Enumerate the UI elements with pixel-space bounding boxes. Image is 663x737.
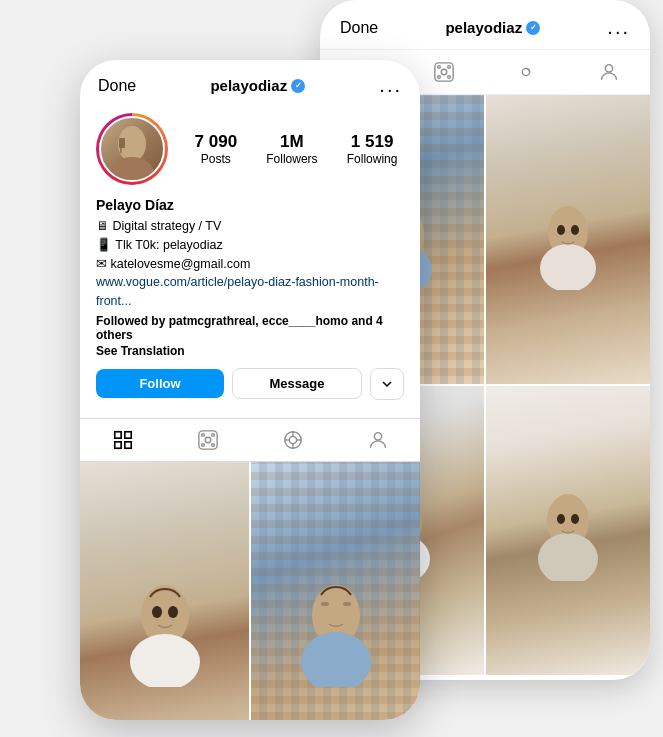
profile-section: 7 090 Posts 1M Followers 1 519 Following… [80, 105, 420, 410]
profile-bio: 🖥 Digital strategy / TV 📱 Tlk T0k: pelay… [96, 217, 404, 311]
front-more-button[interactable]: ... [379, 74, 402, 97]
svg-point-38 [211, 433, 214, 436]
front-phone: Done pelayodiaz ✓ ... [80, 60, 420, 720]
front-tab-reels[interactable] [165, 429, 250, 451]
back-done-button[interactable]: Done [340, 19, 378, 37]
see-translation[interactable]: See Translation [96, 344, 404, 358]
svg-point-11 [605, 65, 612, 72]
svg-point-53 [301, 632, 371, 687]
front-username-text: pelayodiaz [210, 77, 287, 94]
svg-point-39 [201, 443, 204, 446]
svg-point-17 [540, 244, 596, 290]
svg-point-7 [447, 66, 450, 69]
followers-label: Followers [266, 152, 317, 166]
front-username-area: pelayodiaz ✓ [210, 77, 305, 94]
following-label: Following [347, 152, 398, 166]
front-cell-2-face [251, 462, 420, 720]
svg-point-47 [374, 432, 381, 439]
back-more-button[interactable]: ... [607, 16, 630, 39]
front-verified-badge: ✓ [291, 79, 305, 93]
front-phone-header: Done pelayodiaz ✓ ... [80, 60, 420, 105]
front-tab-tagged[interactable] [250, 429, 335, 451]
svg-point-26 [557, 514, 565, 524]
following-count: 1 519 [347, 132, 398, 152]
svg-rect-54 [321, 602, 329, 606]
stat-following[interactable]: 1 519 Following [347, 132, 398, 166]
followed-by: Followed by patmcgrathreal, ecce____homo… [96, 314, 404, 342]
back-username-area: pelayodiaz ✓ [445, 19, 540, 36]
svg-point-25 [538, 533, 598, 581]
front-nav-tabs [80, 418, 420, 462]
back-cell-4-face [486, 386, 650, 675]
bio-line-2: 📱 Tlk T0k: pelayodiaz [96, 236, 404, 255]
back-tab-tagged[interactable] [485, 60, 568, 84]
front-cell-1-face [80, 462, 249, 720]
svg-point-8 [437, 76, 440, 79]
posts-count: 7 090 [195, 132, 238, 152]
profile-stats: 7 090 Posts 1M Followers 1 519 Following [188, 132, 404, 166]
follow-button[interactable]: Follow [96, 369, 224, 398]
svg-point-5 [441, 69, 447, 75]
svg-rect-55 [343, 602, 351, 606]
svg-point-6 [437, 66, 440, 69]
profile-name: Pelayo Díaz [96, 197, 404, 213]
back-grid-cell-4 [486, 386, 650, 675]
svg-point-18 [557, 225, 565, 235]
svg-point-51 [168, 606, 178, 618]
svg-point-50 [152, 606, 162, 618]
front-tab-grid[interactable] [80, 429, 165, 451]
svg-rect-31 [114, 432, 120, 438]
avatar-wrap [96, 113, 168, 185]
svg-point-36 [205, 437, 211, 443]
action-buttons: Follow Message [96, 368, 404, 400]
svg-rect-33 [114, 442, 120, 448]
svg-rect-34 [124, 442, 130, 448]
front-done-button[interactable]: Done [98, 77, 136, 95]
more-options-button[interactable] [370, 368, 404, 400]
back-username-text: pelayodiaz [445, 19, 522, 36]
back-tab-person[interactable] [568, 60, 651, 84]
avatar [99, 116, 165, 182]
svg-point-29 [110, 157, 154, 180]
bio-line-3: ✉ katelovesme@gmail.com [96, 255, 404, 274]
svg-rect-32 [124, 432, 130, 438]
message-button[interactable]: Message [232, 368, 362, 399]
posts-label: Posts [195, 152, 238, 166]
front-tab-person[interactable] [335, 429, 420, 451]
svg-point-19 [571, 225, 579, 235]
back-grid-cell-2 [486, 95, 650, 384]
svg-rect-30 [119, 138, 125, 148]
svg-point-49 [130, 634, 200, 687]
bio-line-1: 🖥 Digital strategy / TV [96, 217, 404, 236]
front-photo-grid: 📱 FEED 📺 TIME [80, 462, 420, 720]
svg-point-40 [211, 443, 214, 446]
avatar-ring [96, 113, 168, 185]
back-verified-badge: ✓ [526, 21, 540, 35]
front-grid-cell-1[interactable]: 📱 FEED [80, 462, 249, 720]
back-cell-2-face [486, 95, 650, 384]
svg-point-37 [201, 433, 204, 436]
followers-count: 1M [266, 132, 317, 152]
profile-top: 7 090 Posts 1M Followers 1 519 Following [96, 113, 404, 185]
back-phone-header: Done pelayodiaz ✓ ... [320, 0, 650, 50]
svg-point-9 [447, 76, 450, 79]
svg-point-27 [571, 514, 579, 524]
stat-followers[interactable]: 1M Followers [266, 132, 317, 166]
bio-link[interactable]: www.vogue.com/article/pelayo-diaz-fashio… [96, 273, 404, 311]
stat-posts: 7 090 Posts [195, 132, 238, 166]
front-grid-cell-2[interactable]: 📺 TIME [251, 462, 420, 720]
svg-point-42 [289, 436, 296, 443]
